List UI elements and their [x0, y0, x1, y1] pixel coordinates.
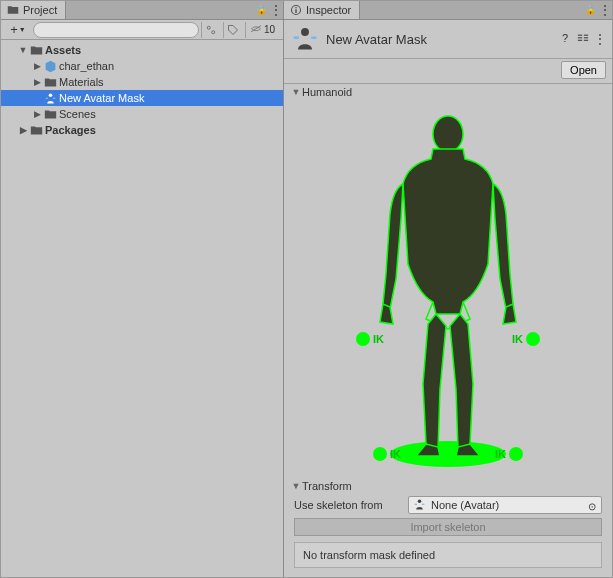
skeleton-field-row: Use skeleton from None (Avatar) ⊙	[284, 494, 612, 516]
object-field-value: None (Avatar)	[431, 499, 499, 511]
svg-point-1	[212, 30, 215, 33]
avatar-mask-icon	[290, 24, 320, 54]
expand-arrow-icon[interactable]: ▶	[17, 125, 29, 135]
panel-menu-icon[interactable]	[598, 3, 612, 17]
section-label: Humanoid	[302, 86, 352, 98]
tree-item-new-avatar-mask[interactable]: New Avatar Mask	[1, 90, 283, 106]
tree-label: Assets	[45, 44, 81, 56]
svg-rect-16	[584, 37, 588, 38]
svg-point-7	[295, 7, 297, 9]
svg-point-9	[301, 28, 309, 36]
asset-title: New Avatar Mask	[326, 32, 552, 47]
tree-item-packages[interactable]: ▶ Packages	[1, 122, 283, 138]
lock-icon[interactable]	[582, 4, 598, 16]
svg-point-18	[390, 441, 506, 467]
project-tree: ▼ Assets ▶ char_ethan ▶ Materials New Av…	[1, 40, 283, 577]
svg-point-3	[48, 93, 52, 97]
tree-item-char-ethan[interactable]: ▶ char_ethan	[1, 58, 283, 74]
object-picker-icon[interactable]: ⊙	[585, 499, 599, 513]
panel-menu-icon[interactable]	[269, 3, 283, 17]
svg-rect-30	[422, 504, 424, 505]
svg-text:IK: IK	[495, 448, 506, 460]
inspector-tab-bar: Inspector	[284, 1, 612, 20]
folder-icon	[7, 4, 19, 16]
project-toolbar: +▼ 10	[1, 20, 283, 40]
expand-arrow-icon[interactable]: ▼	[17, 45, 29, 55]
humanoid-diagram[interactable]: IK IK IK IK	[284, 100, 612, 478]
field-label: Use skeleton from	[294, 499, 404, 511]
skeleton-object-field[interactable]: None (Avatar) ⊙	[408, 496, 602, 514]
svg-rect-29	[415, 504, 417, 505]
inspector-tab[interactable]: Inspector	[284, 1, 360, 19]
svg-rect-5	[52, 97, 54, 98]
svg-rect-4	[45, 97, 47, 98]
folder-icon	[43, 107, 57, 121]
foldout-arrow-icon: ▼	[290, 481, 302, 491]
svg-rect-12	[578, 35, 582, 36]
project-tab-label: Project	[23, 4, 57, 16]
tree-label: char_ethan	[59, 60, 114, 72]
inspector-header: New Avatar Mask ?	[284, 20, 612, 59]
tree-item-assets[interactable]: ▼ Assets	[1, 42, 283, 58]
tree-label: Scenes	[59, 108, 96, 120]
tree-label: Packages	[45, 124, 96, 136]
folder-icon	[29, 123, 43, 137]
info-icon	[290, 4, 302, 16]
no-mask-message: No transform mask defined	[294, 542, 602, 568]
help-icon[interactable]: ?	[558, 32, 572, 46]
folder-icon	[43, 75, 57, 89]
create-button[interactable]: +▼	[5, 22, 31, 38]
svg-text:IK: IK	[373, 333, 384, 345]
project-tab[interactable]: Project	[1, 1, 66, 19]
humanoid-section-header[interactable]: ▼ Humanoid	[284, 84, 612, 100]
svg-point-0	[208, 26, 211, 29]
svg-rect-8	[295, 9, 297, 13]
expand-arrow-icon[interactable]: ▶	[31, 61, 43, 71]
folder-icon	[29, 43, 43, 57]
search-input[interactable]	[33, 22, 199, 38]
svg-rect-10	[294, 36, 299, 39]
tree-item-scenes[interactable]: ▶ Scenes	[1, 106, 283, 122]
avatar-icon	[413, 498, 427, 512]
transform-section-header[interactable]: ▼ Transform	[284, 478, 612, 494]
svg-point-26	[509, 447, 523, 461]
svg-rect-15	[584, 35, 588, 36]
preset-icon[interactable]	[576, 32, 590, 46]
component-menu-icon[interactable]	[594, 32, 606, 46]
svg-rect-11	[311, 36, 316, 39]
svg-point-20	[356, 332, 370, 346]
inspector-tab-label: Inspector	[306, 4, 351, 16]
section-label: Transform	[302, 480, 352, 492]
svg-point-19	[433, 116, 463, 152]
expand-arrow-icon[interactable]: ▶	[31, 77, 43, 87]
tree-item-materials[interactable]: ▶ Materials	[1, 74, 283, 90]
svg-rect-13	[578, 37, 582, 38]
search-by-label-button[interactable]	[223, 22, 243, 38]
lock-icon[interactable]	[253, 4, 269, 16]
prefab-icon	[43, 59, 57, 73]
svg-rect-14	[578, 40, 582, 41]
svg-point-28	[418, 499, 422, 503]
import-skeleton-button: Import skeleton	[294, 518, 602, 536]
svg-point-22	[526, 332, 540, 346]
hidden-items-count[interactable]: 10	[245, 22, 279, 38]
project-tab-bar: Project	[1, 1, 283, 20]
svg-text:IK: IK	[390, 448, 401, 460]
svg-text:IK: IK	[512, 333, 523, 345]
tree-label: New Avatar Mask	[59, 92, 144, 104]
expand-arrow-icon[interactable]: ▶	[31, 109, 43, 119]
search-by-type-button[interactable]	[201, 22, 221, 38]
foldout-arrow-icon: ▼	[290, 87, 302, 97]
svg-rect-17	[584, 40, 588, 41]
avatar-mask-icon	[43, 91, 57, 105]
open-button[interactable]: Open	[561, 61, 606, 79]
tree-label: Materials	[59, 76, 104, 88]
svg-point-24	[373, 447, 387, 461]
